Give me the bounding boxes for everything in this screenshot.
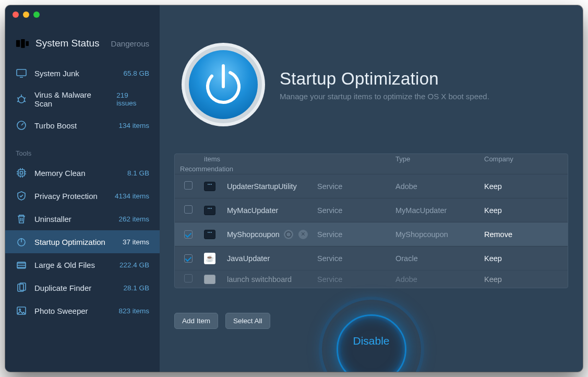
- window-controls: [13, 11, 40, 18]
- svg-rect-3: [17, 69, 26, 76]
- row-name: UpdaterStartupUtility: [227, 182, 297, 191]
- main-panel: Startup Optimization Manage your startup…: [160, 5, 583, 372]
- table-row[interactable]: UpdaterStartupUtilityServiceAdobeKeep: [175, 174, 568, 198]
- close-icon[interactable]: [13, 11, 19, 18]
- trash-icon: [16, 213, 27, 225]
- sidebar-item-value: 262 items: [118, 215, 149, 223]
- row-name: MyMacUpdater: [227, 206, 278, 215]
- col-items: items: [204, 155, 395, 163]
- row-type: Service: [317, 230, 395, 239]
- sidebar-item-value: 219 issues: [116, 91, 149, 107]
- table-row[interactable]: MyShopcouponServiceMyShopcouponRemove: [175, 222, 568, 246]
- col-recommendation: Recommendation: [180, 165, 204, 173]
- app-window: System Status Dangerous System Junk65.8 …: [5, 5, 583, 372]
- row-type: Service: [317, 206, 395, 215]
- zoom-icon[interactable]: [33, 11, 40, 18]
- table-row[interactable]: MyMacUpdaterServiceMyMacUpdaterKeep: [175, 198, 568, 222]
- system-status-row[interactable]: System Status Dangerous: [5, 29, 160, 62]
- nav-primary: System Junk65.8 GBVirus & Malware Scan21…: [5, 62, 160, 137]
- hero-text: Startup Optimization Manage your startup…: [280, 69, 489, 101]
- sidebar-item-uninstaller[interactable]: Uninstaller262 items: [5, 207, 160, 230]
- sidebar-item-memory-clean[interactable]: Memory Clean8.1 GB: [5, 161, 160, 184]
- sidebar-item-value: 65.8 GB: [123, 69, 149, 77]
- sidebar-item-value: 823 items: [118, 307, 149, 315]
- image-icon: [16, 305, 27, 316]
- sidebar-item-value: 222.4 GB: [119, 261, 149, 269]
- sidebar-item-system-junk[interactable]: System Junk65.8 GB: [5, 62, 160, 85]
- row-company: Oracle: [395, 254, 484, 263]
- sidebar-item-turbo-boost[interactable]: Turbo Boost134 items: [5, 114, 160, 137]
- bug-icon: [16, 93, 27, 105]
- sidebar: System Status Dangerous System Junk65.8 …: [5, 5, 160, 372]
- minimize-icon[interactable]: [23, 11, 29, 18]
- svg-rect-0: [16, 40, 20, 47]
- sidebar-item-virus-malware-scan[interactable]: Virus & Malware Scan219 issues: [5, 85, 160, 114]
- page-title: Startup Optimization: [280, 69, 489, 89]
- table-row[interactable]: launch switchboardServiceAdobeKeep: [175, 270, 568, 288]
- java-icon: ☕: [204, 253, 215, 264]
- copy-icon: [16, 282, 27, 293]
- system-status-title: System Status: [35, 38, 100, 49]
- row-recommendation: Keep: [484, 275, 562, 284]
- svg-rect-1: [21, 39, 25, 48]
- sidebar-item-value: 28.1 GB: [123, 284, 149, 292]
- sidebar-item-value: 4134 items: [115, 192, 149, 200]
- sidebar-item-label: Privacy Protection: [34, 192, 98, 201]
- row-checkbox[interactable]: [184, 205, 193, 214]
- svg-point-31: [19, 309, 21, 311]
- disable-button[interactable]: Disable: [322, 300, 421, 372]
- row-type: Service: [317, 182, 395, 191]
- table-row[interactable]: ☕JavaUpdaterServiceOracleKeep: [175, 246, 568, 270]
- row-type: Service: [317, 254, 395, 263]
- dashboard-icon: [16, 39, 29, 48]
- row-name: launch switchboard: [227, 275, 292, 284]
- terminal-icon: [204, 182, 215, 191]
- select-all-button[interactable]: Select All: [225, 313, 270, 329]
- table-header: items Type Company Recommendation: [175, 154, 568, 174]
- clock-icon[interactable]: [284, 230, 293, 239]
- sidebar-item-label: Turbo Boost: [34, 121, 77, 130]
- sidebar-item-value: 134 items: [118, 122, 149, 129]
- svg-rect-2: [26, 41, 29, 46]
- tools-section-label: Tools: [5, 137, 160, 161]
- row-name: JavaUpdater: [227, 254, 270, 263]
- sidebar-item-startup-optimization[interactable]: Startup Optimization37 items: [5, 230, 160, 253]
- sidebar-item-label: Uninstaller: [34, 215, 71, 223]
- sidebar-item-label: Photo Sweeper: [34, 307, 88, 315]
- row-recommendation: Remove: [484, 230, 562, 239]
- table-toolbar: Add Item Select All: [174, 313, 270, 329]
- stack-icon: [16, 259, 27, 270]
- disable-label: Disable: [353, 335, 389, 347]
- system-status-value: Dangerous: [111, 39, 149, 48]
- shield-icon: [16, 190, 27, 202]
- svg-rect-5: [18, 97, 25, 103]
- row-company: Adobe: [395, 275, 484, 284]
- sidebar-item-label: Memory Clean: [34, 169, 86, 178]
- row-recommendation: Keep: [484, 254, 562, 263]
- row-recommendation: Keep: [484, 182, 562, 191]
- chip-icon: [16, 167, 27, 179]
- sidebar-item-photo-sweeper[interactable]: Photo Sweeper823 items: [5, 299, 160, 322]
- gauge-icon: [16, 120, 27, 131]
- remove-icon[interactable]: [298, 230, 308, 239]
- sidebar-item-privacy-protection[interactable]: Privacy Protection4134 items: [5, 184, 160, 207]
- row-name: MyShopcoupon: [227, 230, 280, 239]
- row-checkbox[interactable]: [184, 254, 193, 263]
- col-type: Type: [395, 155, 484, 163]
- row-type: Service: [317, 275, 395, 284]
- svg-line-12: [21, 123, 23, 125]
- col-company: Company: [484, 155, 562, 163]
- sidebar-item-duplicate-finder[interactable]: Duplicate Finder28.1 GB: [5, 276, 160, 299]
- page-subtitle: Manage your startup items to optimize th…: [280, 92, 489, 101]
- row-checkbox[interactable]: [184, 181, 193, 190]
- row-checkbox[interactable]: [184, 274, 193, 282]
- power-icon: [16, 236, 27, 248]
- power-hero-icon: [181, 42, 266, 127]
- startup-table: items Type Company Recommendation Update…: [174, 154, 568, 288]
- document-icon: [204, 275, 215, 284]
- sidebar-item-large-old-files[interactable]: Large & Old Files222.4 GB: [5, 253, 160, 276]
- row-recommendation: Keep: [484, 206, 562, 215]
- sidebar-item-value: 37 items: [123, 238, 149, 246]
- row-checkbox[interactable]: [184, 230, 193, 239]
- add-item-button[interactable]: Add Item: [174, 313, 218, 329]
